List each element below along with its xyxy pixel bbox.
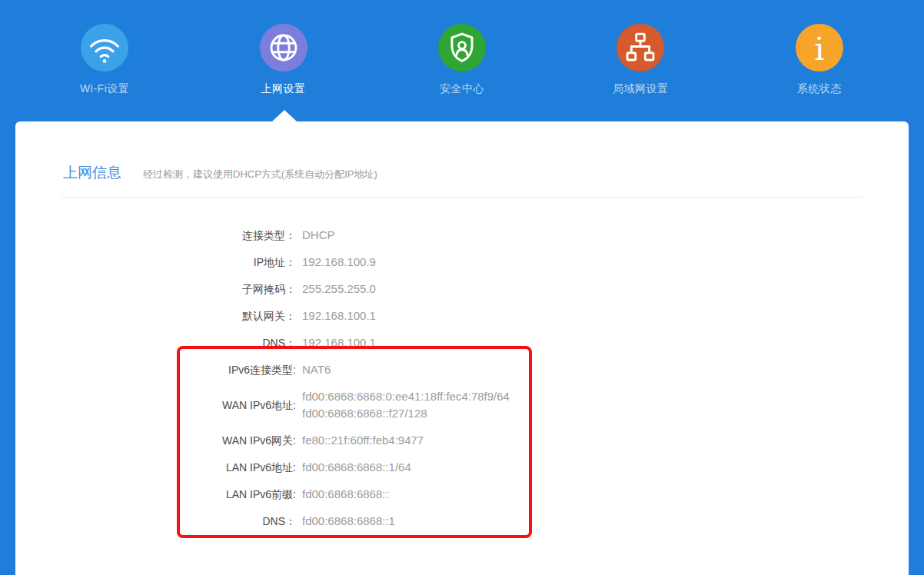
connection-info-list: 连接类型： DHCP IP地址： 192.168.100.9 子网掩码： 255… bbox=[15, 227, 909, 530]
field-label: 子网掩码： bbox=[15, 281, 296, 297]
field-value: 192.168.100.1 bbox=[302, 334, 376, 351]
section-subtitle: 经过检测，建议使用DHCP方式(系统自动分配IP地址) bbox=[143, 168, 377, 181]
tab-wifi-settings[interactable]: Wi-Fi设置 bbox=[15, 24, 194, 96]
field-value: 192.168.100.9 bbox=[302, 254, 376, 271]
field-label: LAN IPv6地址: bbox=[15, 459, 296, 476]
field-label: DNS： bbox=[15, 334, 296, 351]
field-label: DNS： bbox=[15, 513, 296, 530]
tab-security-center[interactable]: 安全中心 bbox=[373, 24, 551, 96]
tab-system-label: 系统状态 bbox=[797, 82, 842, 96]
field-value: NAT6 bbox=[302, 361, 331, 378]
selected-tab-pointer bbox=[272, 110, 297, 121]
row-dns-ipv4: DNS： 192.168.100.1 bbox=[15, 334, 909, 351]
section-title: 上网信息 bbox=[63, 163, 121, 183]
info-icon: i bbox=[796, 24, 843, 71]
router-admin-page: Wi-Fi设置 上网设置 安全中心 bbox=[0, 0, 924, 575]
field-value: fd00:6868:6868::1 bbox=[302, 513, 395, 530]
row-dns-ipv6: DNS： fd00:6868:6868::1 bbox=[15, 513, 909, 530]
field-value: fd00:6868:6868:0:ee41:18ff:fec4:78f9/64 … bbox=[302, 388, 510, 422]
sitemap-icon bbox=[617, 24, 664, 71]
row-default-gateway: 默认网关： 192.168.100.1 bbox=[15, 307, 909, 324]
tab-security-label: 安全中心 bbox=[440, 82, 484, 96]
row-lan-ipv6-address: LAN IPv6地址: fd00:6868:6868::1/64 bbox=[15, 459, 909, 476]
svg-text:i: i bbox=[814, 31, 824, 68]
content-card: 上网信息 经过检测，建议使用DHCP方式(系统自动分配IP地址) 连接类型： D… bbox=[15, 121, 909, 575]
globe-icon bbox=[260, 24, 307, 71]
wifi-icon bbox=[81, 24, 128, 71]
field-value-line2: fd00:6868:6868::f27/128 bbox=[302, 405, 510, 422]
field-value: 255.255.255.0 bbox=[302, 281, 376, 297]
row-lan-ipv6-prefix: LAN IPv6前缀: fd00:6868:6868:: bbox=[15, 486, 909, 503]
field-label: 连接类型： bbox=[15, 227, 296, 244]
tab-wifi-label: Wi-Fi设置 bbox=[80, 82, 129, 96]
field-label: IP地址： bbox=[15, 254, 296, 271]
row-wan-ipv6-address: WAN IPv6地址: fd00:6868:6868:0:ee41:18ff:f… bbox=[15, 388, 909, 422]
row-connection-type: 连接类型： DHCP bbox=[15, 227, 909, 244]
field-value: fd00:6868:6868:: bbox=[302, 486, 389, 503]
tab-lan-settings[interactable]: 局域网设置 bbox=[551, 24, 730, 96]
field-value: fd00:6868:6868::1/64 bbox=[302, 459, 411, 476]
row-ip-address: IP地址： 192.168.100.9 bbox=[15, 254, 909, 271]
field-label: WAN IPv6网关: bbox=[15, 432, 296, 449]
nav-tabs: Wi-Fi设置 上网设置 安全中心 bbox=[15, 24, 909, 96]
field-value-line1: fd00:6868:6868:0:ee41:18ff:fec4:78f9/64 bbox=[302, 388, 510, 405]
field-label: WAN IPv6地址: bbox=[15, 397, 296, 414]
shield-user-icon bbox=[438, 24, 486, 71]
row-subnet-mask: 子网掩码： 255.255.255.0 bbox=[15, 281, 909, 297]
section-header: 上网信息 经过检测，建议使用DHCP方式(系统自动分配IP地址) bbox=[15, 121, 909, 183]
tab-system-status[interactable]: i 系统状态 bbox=[730, 24, 909, 96]
row-wan-ipv6-gateway: WAN IPv6网关: fe80::21f:60ff:feb4:9477 bbox=[15, 432, 909, 449]
section-divider bbox=[61, 197, 863, 198]
field-label: LAN IPv6前缀: bbox=[15, 486, 296, 503]
field-label: 默认网关： bbox=[15, 307, 296, 324]
tab-internet-label: 上网设置 bbox=[261, 82, 306, 96]
field-value: 192.168.100.1 bbox=[302, 307, 376, 324]
tab-lan-label: 局域网设置 bbox=[613, 82, 669, 96]
tab-internet-settings[interactable]: 上网设置 bbox=[194, 24, 372, 96]
field-value: DHCP bbox=[302, 227, 335, 244]
field-value: fe80::21f:60ff:feb4:9477 bbox=[302, 432, 424, 449]
field-label: IPv6连接类型: bbox=[15, 361, 296, 378]
row-ipv6-connection-type: IPv6连接类型: NAT6 bbox=[15, 361, 909, 378]
